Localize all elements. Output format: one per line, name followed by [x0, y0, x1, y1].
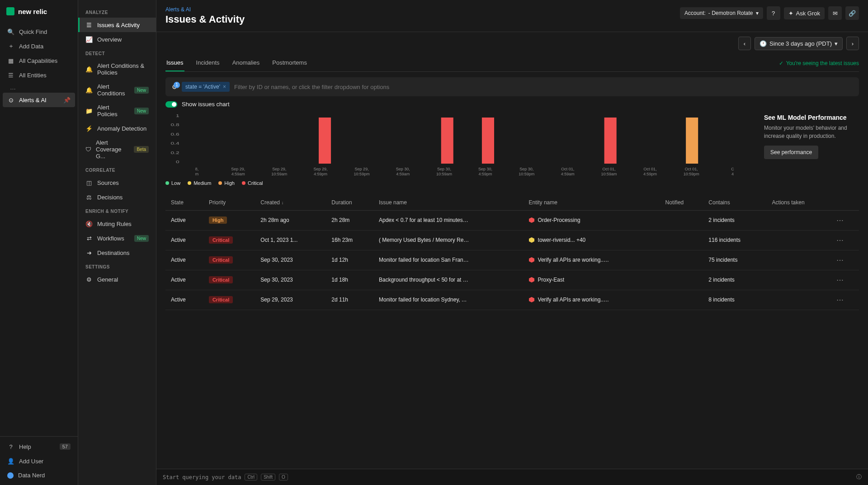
account-selector[interactable]: Account: - Demotron Rotate ▾: [680, 7, 763, 19]
sec-alert-cond-pol[interactable]: 🔔Alert Conditions & Policies: [78, 59, 156, 80]
row-more-button[interactable]: ⋯: [836, 276, 844, 284]
brand-text: new relic: [18, 8, 47, 15]
table-row[interactable]: Active Critical Sep 30, 2023 1d 12h Moni…: [165, 250, 859, 270]
time-next-button[interactable]: ›: [846, 37, 859, 50]
svg-text:1: 1: [176, 114, 179, 118]
brand-logo[interactable]: new relic: [0, 0, 78, 23]
inbox-button[interactable]: ✉: [828, 6, 842, 20]
cell-created: Sep 30, 2023: [255, 270, 326, 290]
ask-grok-button[interactable]: ✦Ask Grok: [784, 7, 825, 19]
status-info-button[interactable]: ⓘ: [856, 473, 862, 481]
col-contains[interactable]: Contains: [703, 195, 766, 211]
filter-count-badge: 1: [174, 82, 180, 88]
col-issue-name[interactable]: Issue name: [373, 195, 524, 211]
col-actions[interactable]: Actions taken: [767, 195, 831, 211]
nav-more[interactable]: …: [3, 82, 75, 93]
tab-issues[interactable]: Issues: [165, 55, 184, 71]
mute-icon: 🔇: [85, 220, 93, 227]
tab-anomalies[interactable]: Anomalies: [231, 55, 261, 71]
nav-all-capabilities[interactable]: ▦All Capabilities: [3, 53, 75, 68]
sec-header-analyze: ANALYZE: [78, 5, 156, 18]
time-range-picker[interactable]: 🕐 Since 3 days ago (PDT) ▾: [755, 37, 843, 50]
cell-notified: [660, 270, 703, 290]
filter-button[interactable]: ⚙ 1: [172, 84, 177, 90]
cell-issue: Background throughput < 50 for at least …: [373, 270, 524, 290]
sec-workflows[interactable]: ⇄WorkflowsNew: [78, 231, 156, 245]
cell-created: 2h 28m ago: [255, 210, 326, 230]
sec-overview[interactable]: 📈Overview: [78, 32, 156, 47]
row-more-button[interactable]: ⋯: [836, 217, 844, 224]
nav-quick-find[interactable]: 🔍Quick Find: [3, 24, 75, 39]
nav-all-entities[interactable]: ☰All Entities: [3, 68, 75, 82]
col-notified[interactable]: Notified: [660, 195, 703, 211]
bell-icon: 🔔: [85, 86, 93, 94]
table-row[interactable]: Active High 2h 28m ago 2h 28m Apdex < 0.…: [165, 210, 859, 230]
cell-duration: 2d 11h: [326, 290, 373, 310]
sec-muting[interactable]: 🔇Muting Rules: [78, 217, 156, 231]
svg-text:0: 0: [176, 159, 179, 164]
nav-add-data[interactable]: ＋Add Data: [3, 39, 75, 53]
cell-duration: 2h 28m: [326, 210, 373, 230]
time-prev-button[interactable]: ‹: [738, 37, 751, 50]
cell-priority: Critical: [203, 230, 255, 250]
cell-issue: ( Memory Used Bytes / Memory Requested..…: [373, 230, 524, 250]
breadcrumb[interactable]: Alerts & AI: [165, 6, 245, 13]
svg-marker-11: [529, 217, 534, 223]
key-shift: Shift: [261, 474, 275, 480]
shield-icon: 🛡: [85, 146, 91, 153]
col-priority[interactable]: Priority: [203, 195, 255, 211]
sec-alert-policies[interactable]: 📁Alert PoliciesNew: [78, 100, 156, 121]
nav-add-user[interactable]: 👤Add User: [3, 454, 75, 468]
legend-medium[interactable]: Medium: [188, 180, 211, 186]
sec-destinations[interactable]: ➜Destinations: [78, 245, 156, 260]
col-state[interactable]: State: [165, 195, 203, 211]
row-more-button[interactable]: ⋯: [836, 256, 844, 264]
sec-anomaly[interactable]: ⚡Anomaly Detection: [78, 121, 156, 136]
help-button[interactable]: ?: [767, 6, 780, 20]
anomaly-icon: ⚡: [85, 125, 93, 132]
cell-created: Oct 1, 2023 1...: [255, 230, 326, 250]
legend-low[interactable]: Low: [165, 180, 180, 186]
sec-general[interactable]: ⚙General: [78, 272, 156, 287]
plus-icon: ＋: [7, 42, 14, 50]
col-entity-name[interactable]: Entity name: [524, 195, 660, 211]
legend-critical[interactable]: Critical: [242, 180, 263, 186]
check-circle-icon: ✓: [779, 60, 783, 66]
svg-rect-7: [441, 118, 453, 164]
filter-input[interactable]: [234, 84, 853, 90]
col-created[interactable]: Created ↓: [255, 195, 326, 211]
cell-notified: [660, 290, 703, 310]
legend-high[interactable]: High: [218, 180, 235, 186]
cell-entity: Verify all APIs are working... ...: [524, 290, 660, 310]
chip-remove-icon[interactable]: ×: [223, 84, 226, 90]
filter-chip-state[interactable]: state = 'Active' ×: [182, 82, 230, 92]
sec-decisions[interactable]: ⚖Decisions: [78, 190, 156, 204]
svg-text:0.4: 0.4: [170, 141, 179, 146]
nav-help[interactable]: ?Help57: [3, 439, 75, 454]
tab-postmortems[interactable]: Postmortems: [271, 55, 308, 71]
sec-coverage[interactable]: 🛡Alert Coverage G...Beta: [78, 136, 156, 163]
table-row[interactable]: Active Critical Oct 1, 2023 1... 16h 23m…: [165, 230, 859, 250]
row-more-button[interactable]: ⋯: [836, 236, 844, 244]
new-tag: New: [134, 235, 149, 242]
see-performance-button[interactable]: See performance: [764, 146, 818, 159]
share-button[interactable]: 🔗: [845, 6, 859, 20]
issues-table: State Priority Created ↓ Duration Issue …: [165, 195, 859, 310]
chart-toggle-switch[interactable]: [165, 101, 177, 108]
sec-issues-activity[interactable]: ☰Issues & Activity: [78, 18, 156, 32]
pin-icon[interactable]: 📌: [63, 97, 71, 104]
svg-text:0.8: 0.8: [170, 122, 179, 127]
sec-sources[interactable]: ◫Sources: [78, 175, 156, 190]
sort-desc-icon: ↓: [281, 200, 283, 205]
nav-alerts-ai[interactable]: ⊙Alerts & AI📌: [3, 93, 75, 107]
tab-incidents[interactable]: Incidents: [195, 55, 221, 71]
nav-data-nerd[interactable]: Data Nerd: [3, 468, 75, 482]
sec-alert-cond[interactable]: 🔔Alert ConditionsNew: [78, 80, 156, 100]
table-row[interactable]: Active Critical Sep 29, 2023 2d 11h Moni…: [165, 290, 859, 310]
table-row[interactable]: Active Critical Sep 30, 2023 1d 18h Back…: [165, 270, 859, 290]
col-duration[interactable]: Duration: [326, 195, 373, 211]
row-more-button[interactable]: ⋯: [836, 296, 844, 304]
chart-icon: 📈: [85, 36, 93, 43]
alert-icon: ⊙: [7, 96, 14, 104]
question-icon: ?: [772, 10, 775, 17]
